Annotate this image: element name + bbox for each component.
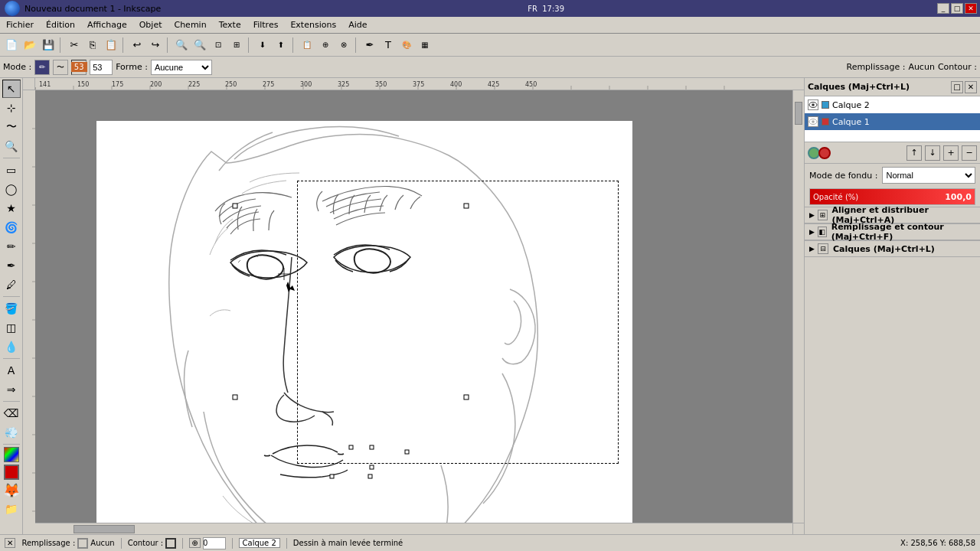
- zoom-in-button[interactable]: 🔍: [173, 37, 190, 54]
- connector-tool[interactable]: ⇒: [2, 380, 21, 399]
- canvas-background[interactable]: [35, 90, 804, 534]
- sb-remplissage-value: Aucun: [90, 539, 114, 547]
- zoom-fit-button[interactable]: ⊡: [210, 37, 227, 54]
- svg-line-47: [238, 260, 240, 262]
- toolbar-sep-5: [292, 37, 296, 53]
- new-button[interactable]: 📄: [3, 37, 20, 54]
- select-tool[interactable]: ↖: [2, 80, 21, 98]
- tweak-tool[interactable]: 〜: [2, 118, 21, 136]
- layers-panel-detach[interactable]: □: [951, 81, 963, 93]
- menu-chemin[interactable]: Chemin: [168, 18, 212, 31]
- import-button[interactable]: ⬇: [254, 37, 271, 54]
- app-icon: [5, 1, 20, 16]
- circle-tool[interactable]: ◯: [2, 180, 21, 198]
- blend-mode-select[interactable]: Normal Multiplier Éclaircir Foncer: [882, 167, 975, 184]
- horizontal-scrollbar[interactable]: [35, 523, 792, 534]
- menu-affichage[interactable]: Affichage: [81, 18, 133, 31]
- lt-sep-4: [3, 401, 20, 402]
- opacity-bar[interactable]: Opacité (%) 100,0: [809, 188, 975, 205]
- layer-visibility-calque1[interactable]: [808, 116, 818, 127]
- doc-props-button[interactable]: 📋: [299, 37, 315, 54]
- bucket-tool[interactable]: 🪣: [2, 299, 21, 318]
- layer-name-calque2: Calque 2: [832, 100, 977, 110]
- layers-panel-close[interactable]: ✕: [965, 81, 977, 93]
- cut-button[interactable]: ✂: [66, 37, 83, 54]
- sb-layer[interactable]: Calque 2: [239, 538, 280, 548]
- snap2-button[interactable]: ⊗: [335, 37, 352, 54]
- export-button[interactable]: ⬆: [273, 37, 289, 54]
- panel-sections: ▶ ⊞ Aligner et distribuer (Maj+Ctrl+A) ▶…: [805, 207, 980, 534]
- bezier-tool[interactable]: ✒: [2, 256, 21, 275]
- layers-add[interactable]: +: [943, 145, 959, 161]
- canvas-area[interactable]: 141 150 175 200 225 250 275 300 325 350 …: [23, 78, 804, 534]
- undo-button[interactable]: ↩: [129, 37, 145, 54]
- section-remplissage[interactable]: ▶ ◧ Remplissage et contour (Maj+Ctrl+F): [805, 223, 980, 240]
- redo-button[interactable]: ↪: [147, 37, 164, 54]
- section-aligner[interactable]: ▶ ⊞ Aligner et distribuer (Maj+Ctrl+A): [805, 207, 980, 223]
- sb-snap-input[interactable]: [203, 537, 226, 549]
- sb-layer-indicator[interactable]: Calque 2: [239, 538, 280, 548]
- color-swatch-bg[interactable]: [4, 465, 19, 480]
- sb-contour-color[interactable]: [165, 538, 176, 549]
- snap-button[interactable]: ⊕: [317, 37, 334, 54]
- sb-snap-icon[interactable]: ⊕: [189, 538, 200, 548]
- minimize-button[interactable]: _: [937, 3, 949, 14]
- menu-aide[interactable]: Aide: [342, 18, 373, 31]
- document-canvas[interactable]: [96, 121, 632, 534]
- vertical-scrollbar[interactable]: [792, 90, 804, 523]
- gradient-tool[interactable]: ◫: [2, 318, 21, 337]
- paste-button[interactable]: 📋: [103, 37, 119, 54]
- close-snap-icon[interactable]: ✕: [5, 538, 15, 548]
- pen-button[interactable]: ✒: [361, 37, 378, 54]
- toolbar-sep-3: [167, 37, 170, 53]
- menu-extensions[interactable]: Extensions: [284, 18, 342, 31]
- section-calques[interactable]: ▶ ⊟ Calques (Maj+Ctrl+L): [805, 240, 980, 257]
- open-button[interactable]: 📂: [21, 37, 38, 54]
- sb-close[interactable]: ✕: [5, 538, 15, 548]
- pen-tool[interactable]: ✏: [2, 237, 21, 256]
- close-button[interactable]: ✕: [965, 3, 977, 14]
- gradient-button[interactable]: ▦: [416, 37, 433, 54]
- menu-filtres[interactable]: Filtres: [247, 18, 285, 31]
- color-swatch-fg[interactable]: [4, 447, 19, 462]
- text-button[interactable]: T: [380, 37, 397, 54]
- node-tool[interactable]: ⊹: [2, 99, 21, 117]
- layer-visibility-calque2[interactable]: [808, 99, 818, 110]
- spray-tool[interactable]: 💨: [2, 423, 21, 442]
- layers-move-up[interactable]: ↑: [906, 145, 922, 161]
- zoom-out-button[interactable]: 🔍: [191, 37, 208, 54]
- layer-row-calque1[interactable]: Calque 1: [805, 113, 980, 130]
- calligraphy-tool[interactable]: 🖊: [2, 276, 21, 294]
- layers-delete[interactable]: −: [962, 145, 977, 161]
- maximize-button[interactable]: □: [951, 3, 963, 14]
- copy-button[interactable]: ⎘: [84, 37, 101, 54]
- zoom-sel-button[interactable]: ⊞: [228, 37, 245, 54]
- size-input[interactable]: [90, 60, 113, 75]
- mode-btn-1[interactable]: ✏: [34, 60, 50, 75]
- layers-bg-color[interactable]: [818, 147, 831, 159]
- zoom-tool[interactable]: 🔍: [2, 137, 21, 155]
- menu-edition[interactable]: Édition: [40, 18, 81, 31]
- text-tool[interactable]: A: [2, 361, 21, 380]
- menu-fichier[interactable]: Fichier: [0, 18, 40, 31]
- star-tool[interactable]: ★: [2, 199, 21, 217]
- rect-tool[interactable]: ▭: [2, 161, 21, 179]
- save-button[interactable]: 💾: [40, 37, 57, 54]
- sb-remplissage-color[interactable]: [77, 538, 88, 549]
- folder-icon[interactable]: 📁: [2, 500, 21, 518]
- svg-point-62: [812, 103, 815, 106]
- spiral-tool[interactable]: 🌀: [2, 218, 21, 236]
- mode-btn-3[interactable]: 53: [71, 60, 87, 75]
- layers-move-down[interactable]: ↓: [925, 145, 940, 161]
- dropper-tool[interactable]: 💧: [2, 337, 21, 356]
- layer-row-calque2[interactable]: Calque 2: [805, 96, 980, 113]
- mode-btn-2[interactable]: 〜: [53, 60, 68, 75]
- sb-sep-3: [232, 538, 233, 549]
- scroll-corner: [792, 523, 804, 534]
- menu-texte[interactable]: Texte: [213, 18, 247, 31]
- fill-button[interactable]: 🎨: [398, 37, 415, 54]
- eraser-tool[interactable]: ⌫: [2, 404, 21, 422]
- menu-objet[interactable]: Objet: [133, 18, 168, 31]
- forme-select[interactable]: Aucune: [151, 60, 212, 75]
- lt-sep-1: [3, 158, 20, 158]
